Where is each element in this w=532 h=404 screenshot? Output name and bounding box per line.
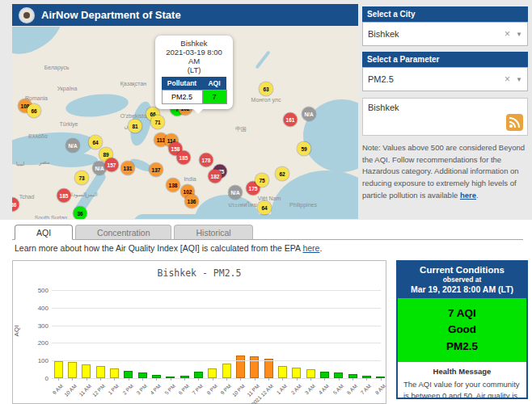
aqi-map-marker[interactable]: N/A (302, 107, 316, 121)
rss-box: Bishkek (362, 98, 528, 136)
state-department-seal-icon (19, 7, 35, 23)
aqi-map-marker[interactable]: N/A (229, 186, 243, 200)
aqi-map-marker[interactable]: 185 (57, 189, 71, 203)
aqi-map-marker[interactable]: N/A (66, 139, 80, 153)
chart-bar[interactable] (250, 356, 259, 378)
learn-more-here-link[interactable]: here (302, 243, 319, 253)
map-country-label: اليمن (85, 191, 98, 198)
aqi-map-marker[interactable]: 62 (276, 167, 289, 181)
aqi-map-marker[interactable]: 64 (89, 136, 103, 149)
map-country-label: Беларусь (44, 65, 70, 70)
aqi-map-marker[interactable]: 36 (74, 207, 87, 220)
chart-gridline (52, 308, 381, 309)
chart-bar[interactable] (334, 372, 343, 378)
aqi-map-marker[interactable]: 66 (27, 104, 41, 118)
chart-y-tick-label: 100 (13, 357, 49, 364)
rss-icon[interactable] (506, 114, 523, 131)
aqi-map-marker[interactable]: 178 (200, 154, 213, 167)
aqi-map-marker[interactable]: 63 (260, 82, 273, 96)
chart-bar[interactable] (306, 369, 315, 378)
map-popup: Bishkek 2021-03-19 8:00 AM (LT) Pollutan… (155, 36, 233, 109)
map-country-label: South Sudan (35, 215, 67, 220)
chart-bar[interactable] (82, 364, 91, 378)
aqi-map-marker[interactable]: 75 (255, 174, 269, 187)
aqi-map-marker[interactable]: 131 (121, 162, 135, 175)
parameter-select[interactable]: PM2.5 × ▼ (362, 67, 528, 91)
aqi-map-marker[interactable]: 186 (12, 198, 19, 212)
mediterranean-sea-2 (44, 153, 98, 167)
clear-icon[interactable]: × (505, 74, 510, 85)
chart-bar[interactable] (292, 368, 301, 378)
aqi-value: 7 AQI (399, 305, 525, 322)
aqi-map-marker[interactable]: 161 (284, 113, 298, 127)
aqi-map-marker[interactable]: 138 (167, 179, 180, 192)
chart-bar[interactable] (278, 366, 287, 378)
aqi-map-marker[interactable]: 137 (150, 163, 163, 177)
chart-bar[interactable] (68, 362, 77, 378)
popup-datetime: 2021-03-19 8:00 AM (159, 48, 229, 65)
aqi-pollutant: PM2.5 (399, 339, 525, 355)
baltic-sea (12, 27, 70, 64)
tab-bar: AQIConcentrationHistorical (15, 225, 253, 240)
map-country-label: Tchad (19, 194, 35, 200)
aqi-map-marker[interactable]: 64 (258, 201, 272, 215)
chart-bar[interactable] (194, 372, 203, 378)
chart-x-tick (339, 378, 340, 381)
chevron-down-icon[interactable]: ▼ (516, 76, 522, 83)
popup-timezone: (LT) (159, 65, 229, 74)
chart-x-tick (87, 378, 87, 381)
chart-plot-area (52, 290, 381, 378)
chart-gridline (52, 290, 381, 291)
chart-x-tick (268, 378, 269, 381)
map-country-label: Қазақстан (120, 81, 146, 86)
aqi-map-marker[interactable]: 71 (151, 116, 165, 129)
airnow-page: AirNow Department of State БеларусьУкраї… (0, 0, 532, 404)
aqi-map-marker[interactable]: 73 (75, 171, 89, 185)
aqi-map-marker[interactable]: 157 (105, 158, 119, 172)
chart-x-tick (156, 378, 157, 381)
chart-bar[interactable] (236, 356, 245, 378)
chart-x-tick (366, 378, 367, 381)
chart-y-tick-label: 0 (13, 375, 49, 382)
chart-bar[interactable] (124, 371, 133, 378)
observed-datetime: Mar 19, 2021 8:00 AM (LT) (399, 284, 525, 294)
chart-x-tick (353, 378, 353, 381)
note-here-link[interactable]: here (460, 191, 476, 200)
map-country-label: Philippines (289, 202, 317, 208)
chart-x-tick (324, 378, 325, 381)
chevron-down-icon[interactable]: ▼ (516, 31, 522, 38)
aqi-map-marker[interactable]: 182 (209, 170, 222, 183)
popup-pollutant-value: PM2.5 (162, 90, 202, 104)
chart-bar[interactable] (110, 368, 119, 378)
chart-bar[interactable] (96, 366, 105, 378)
city-select-value: Bishkek (368, 29, 505, 39)
aqi-map-marker[interactable]: 185 (177, 151, 191, 165)
popup-aqi-value: 7 (202, 90, 226, 104)
chart-x-tick (255, 378, 255, 381)
chart-bar[interactable] (222, 364, 231, 378)
tab-historical[interactable]: Historical (174, 225, 252, 240)
city-select[interactable]: Bishkek × ▼ (362, 22, 528, 46)
health-message-title: Health Message (398, 367, 526, 376)
clear-icon[interactable]: × (505, 28, 510, 40)
tab-concentration[interactable]: Concentration (75, 225, 171, 240)
aqi-map-marker[interactable]: 136 (185, 195, 199, 208)
learn-more-text: Learn more about how the Air Quality Ind… (15, 243, 322, 253)
chart-bar[interactable] (208, 368, 217, 378)
parameter-select-value: PM2.5 (368, 74, 505, 84)
chart-gridline (52, 378, 381, 379)
chart-bar[interactable] (320, 372, 329, 378)
chart-x-tick (142, 378, 143, 381)
chart-title: Bishkek - PM2.5 (13, 267, 386, 279)
chart-x-tick (240, 378, 241, 381)
chart-bar[interactable] (54, 361, 63, 378)
chart-bar[interactable] (264, 359, 273, 378)
aqi-map-marker[interactable]: 81 (129, 120, 142, 133)
select-city-header: Select a City (362, 6, 528, 22)
tab-aqi[interactable]: AQI (15, 225, 73, 240)
popup-table: Pollutant AQI PM2.5 7 (162, 77, 227, 104)
aqi-map-marker[interactable]: 59 (298, 142, 311, 156)
map[interactable]: БеларусьУкраїнаRomaniaTürkiyeΕλλάδαҚазақ… (12, 27, 358, 219)
map-country-label: ประเทศไทย (228, 200, 257, 209)
aqi-note: Note: Values above 500 are considered Be… (362, 142, 528, 202)
